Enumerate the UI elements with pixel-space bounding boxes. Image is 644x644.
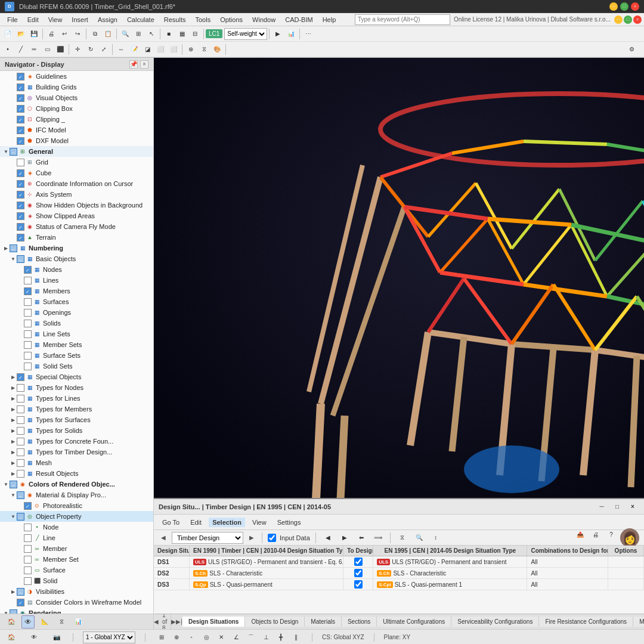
tree-node[interactable]: • Node (0, 522, 153, 532)
snap-parallel-button[interactable]: ∥ (289, 631, 302, 644)
bottom-toolbar-btn-2[interactable]: ▶ (338, 531, 351, 544)
tree-result-objects[interactable]: ▶ ▦ Result Objects (0, 468, 153, 479)
bottom-export-button[interactable]: 📤 (574, 528, 587, 541)
snap-midpoint-button[interactable]: ◦ (185, 631, 198, 644)
new-button[interactable]: 📄 (1, 27, 14, 41)
tree-solid[interactable]: ⬛ Solid (0, 575, 153, 586)
minimize-button[interactable]: ─ (609, 2, 618, 11)
check-surface[interactable] (24, 566, 32, 574)
check-clipping-box[interactable]: ✓ (17, 105, 24, 113)
bottom-selection-button[interactable]: Selection (209, 518, 245, 527)
tree-types-nodes[interactable]: ▶ ▦ Types for Nodes (0, 382, 153, 393)
check-member-set[interactable] (24, 556, 32, 564)
view-iso[interactable]: ◪ (141, 43, 154, 56)
tree-types-lines[interactable]: ▶ ▦ Types for Lines (0, 393, 153, 404)
check-types-surfaces[interactable] (17, 416, 24, 424)
zoom-fit-button[interactable]: ⊞ (132, 27, 145, 41)
check-dxf-model[interactable]: ✓ (17, 137, 24, 145)
menu-help[interactable]: Help (318, 15, 341, 24)
snap-angle-button[interactable]: ∠ (230, 631, 243, 644)
search-input[interactable] (355, 14, 450, 25)
nav-results-button[interactable]: 📊 (72, 615, 85, 628)
types-members-arrow[interactable]: ▶ (10, 405, 17, 413)
save-button[interactable]: 💾 (27, 27, 41, 41)
check-node[interactable] (24, 524, 32, 531)
menu-edit[interactable]: Edit (23, 15, 44, 24)
3d-viewport[interactable]: Spatial Deformations u [mm] 1.396 1.284 … (154, 58, 644, 498)
colors-rendered-arrow[interactable]: ▼ (2, 481, 10, 488)
tree-building-grids[interactable]: ✓ ▦ Building Grids (0, 82, 153, 92)
tree-show-hidden[interactable]: ✓ ◉ Show Hidden Objects in Background (0, 200, 153, 210)
check-ifc-model[interactable]: ✓ (17, 126, 24, 134)
tree-view-cube[interactable]: ✓ ◈ Cube (0, 168, 153, 178)
rendering-arrow[interactable]: ▼ (2, 609, 10, 614)
check-basic-objects[interactable]: – (17, 255, 24, 263)
tree-surface-sets[interactable]: ▦ Surface Sets (0, 350, 153, 361)
bottom-toolbar-btn-3[interactable]: ⬅ (355, 531, 368, 544)
tree-grid[interactable]: ⊞ Grid (0, 157, 153, 168)
tab-sections[interactable]: Sections (342, 617, 377, 627)
window-close-button[interactable]: × (633, 16, 642, 24)
td-ds3-check[interactable] (343, 579, 373, 590)
bottom-panel-minimize-button[interactable]: ─ (595, 500, 608, 513)
check-view-cube[interactable]: ✓ (17, 169, 24, 177)
tree-nodes[interactable]: ✓ ▦ Nodes (0, 264, 153, 275)
design-type-select[interactable]: Timber Design (172, 532, 243, 544)
bottom-search-button[interactable]: 🔍 (413, 531, 426, 544)
tree-types-timber[interactable]: ▶ ▦ Types for Timber Design... (0, 447, 153, 457)
tree-guidelines[interactable]: ✓ ◈ Guidelines (0, 71, 153, 82)
rotate-tool[interactable]: ↻ (84, 43, 97, 56)
check-object-property[interactable]: – (17, 513, 24, 521)
tab-fire-resistance-configs[interactable]: Fire Resistance Configurations (539, 617, 633, 627)
mesh-arrow[interactable]: ▶ (10, 459, 17, 466)
viewport[interactable]: Spatial Deformations u [mm] 1.396 1.284 … (154, 58, 644, 629)
tree-general[interactable]: ▼ – ⊞ General (0, 146, 153, 157)
types-lines-arrow[interactable]: ▶ (10, 395, 17, 402)
bottom-print-button[interactable]: 🖨 (589, 528, 602, 541)
snap-center-button[interactable]: ◎ (200, 631, 213, 644)
print-button[interactable]: 🖨 (45, 27, 58, 41)
check-openings[interactable] (24, 309, 32, 317)
tree-camera-fly[interactable]: ✓ ◉ Status of Camera Fly Mode (0, 221, 153, 232)
check-solid-sets[interactable] (24, 363, 32, 370)
check-nodes[interactable]: ✓ (24, 266, 32, 274)
line-tool[interactable]: ╱ (14, 43, 27, 56)
zoom-in-button[interactable]: 🔍 (119, 27, 132, 41)
menu-insert[interactable]: Insert (67, 15, 93, 24)
check-mesh[interactable] (17, 459, 24, 467)
check-members[interactable]: ✓ (24, 287, 32, 295)
dimension-tool[interactable]: ↔ (114, 43, 128, 56)
snap-point-button[interactable]: ⊕ (170, 631, 183, 644)
check-coord-info[interactable]: ✓ (17, 180, 24, 188)
menu-file[interactable]: File (2, 15, 23, 24)
tree-visual-objects[interactable]: ✓ ◎ Visual Objects (0, 92, 153, 103)
bottom-view-button[interactable]: View (249, 518, 270, 527)
tree-member-sets[interactable]: ▦ Member Sets (0, 339, 153, 350)
results-button[interactable]: 📊 (284, 27, 298, 41)
status-eye-button[interactable]: 👁 (27, 631, 41, 644)
ds2-to-design-checkbox[interactable] (354, 569, 363, 577)
check-grid[interactable] (17, 159, 24, 166)
check-member[interactable] (24, 545, 32, 553)
bottom-toolbar-btn-1[interactable]: ◀ (321, 531, 335, 544)
tree-basic-objects[interactable]: ▼ – ▦ Basic Objects (0, 253, 153, 264)
bottom-help-button[interactable]: ? (605, 528, 618, 541)
check-member-sets[interactable] (24, 341, 32, 349)
check-types-solids[interactable] (17, 427, 24, 435)
navigator-pin-button[interactable]: 📌 (129, 60, 138, 69)
menu-tools[interactable]: Tools (190, 15, 215, 24)
view-side[interactable]: ⬜ (167, 43, 180, 56)
types-concrete-arrow[interactable]: ▶ (10, 438, 17, 445)
snap-tangent-button[interactable]: ⌒ (244, 631, 258, 644)
bottom-toolbar-btn-4[interactable]: ⟹ (371, 531, 385, 544)
table-row[interactable]: DS2 S.Ch SLS - Characteristic S.Ch SLS -… (154, 568, 644, 579)
load-case-select[interactable]: Self-weight (224, 28, 267, 40)
tree-terrain[interactable]: ✓ ▲ Terrain (0, 232, 153, 243)
check-general[interactable]: – (10, 148, 17, 156)
section-button[interactable]: ▦ (175, 27, 188, 41)
tab-ultimate-configs[interactable]: Ultimate Configurations (377, 617, 451, 627)
check-numbering[interactable]: – (10, 244, 17, 252)
tree-colors-rendered[interactable]: ▼ – ◉ Colors of Rendered Objec... (0, 479, 153, 490)
types-timber-arrow[interactable]: ▶ (10, 448, 17, 456)
bottom-panel-close-button[interactable]: × (626, 500, 639, 513)
